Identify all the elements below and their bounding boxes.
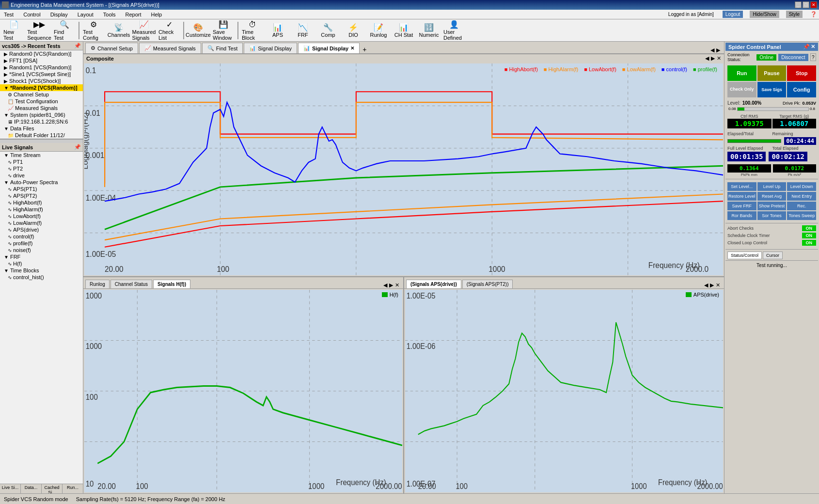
run-tab[interactable]: Run... (63, 484, 83, 493)
new-test-btn[interactable]: 📄 New Test (2, 21, 26, 40)
tree-system[interactable]: ▼ System (spider81_096) (0, 111, 83, 118)
menu-help[interactable]: Help (149, 11, 164, 18)
tab-close-icon[interactable]: ✕ (350, 46, 354, 51)
tab-runlog[interactable]: Runlog (85, 280, 110, 288)
menu-layout[interactable]: Layout (76, 11, 95, 18)
pause-btn[interactable]: Pause (757, 65, 787, 81)
live-noise[interactable]: ∿ noise(f) (0, 247, 83, 253)
tab-signal-display-2[interactable]: 📊 Signal Display ✕ (298, 43, 360, 53)
stop-btn[interactable]: Stop (787, 65, 816, 81)
tree-random2[interactable]: ▼ *Random2 [VCS(Random)] (0, 84, 83, 91)
reset-avg-btn[interactable]: Reset Avg (757, 192, 787, 201)
tree-measured-signals[interactable]: 📈 Measured Signals (0, 105, 83, 111)
live-low-alarm[interactable]: ∿ LowAlarm(f) (0, 220, 83, 226)
measured-signals-btn[interactable]: 📈 Measured Signals (132, 21, 156, 40)
show-pretest-btn[interactable]: Show Pretest (757, 202, 787, 210)
live-high-alarm[interactable]: ∿ HighAlarm(f) (0, 206, 83, 213)
customize-btn[interactable]: 🎨 Customize (186, 21, 210, 40)
run-btn[interactable]: Run (727, 65, 756, 81)
frf-group[interactable]: ▼ FRF (0, 253, 83, 260)
bottom-left-nav-left[interactable]: ◀ (383, 282, 387, 288)
tree-sine1[interactable]: ▶ *Sine1 [VCS(Swept Sine)] (0, 71, 83, 78)
bottom-right-nav-right[interactable]: ▶ (710, 282, 714, 288)
ror-bands-btn[interactable]: Ror Bands (727, 211, 756, 220)
close-btn[interactable]: ✕ (810, 1, 817, 8)
live-control-hist[interactable]: ∿ control_hist() (0, 274, 83, 281)
maximize-btn[interactable]: □ (803, 1, 809, 8)
comp-btn[interactable]: 🔧 Comp (316, 21, 340, 40)
bottom-right-nav-left[interactable]: ◀ (704, 282, 708, 288)
test-config-btn[interactable]: ⚙ Test Config (81, 21, 106, 40)
save-sigs-btn[interactable]: Save Sigs (757, 82, 787, 97)
menu-report[interactable]: Report (123, 11, 143, 18)
tab-scroll-right-icon[interactable]: ▶ (716, 47, 720, 53)
next-entry-btn[interactable]: Next Entry (787, 192, 816, 201)
live-profile[interactable]: ∿ profile(f) (0, 240, 83, 247)
help-btn[interactable]: ? (810, 53, 816, 61)
level-up-btn[interactable]: Level Up (757, 182, 787, 191)
tab-find-test[interactable]: 🔍 Find Test (202, 43, 243, 53)
style-btn[interactable]: Style (786, 11, 803, 18)
disconnect-btn[interactable]: Disconnect (778, 54, 808, 61)
checklist-btn[interactable]: ✓ Check List (157, 21, 181, 40)
rec-btn[interactable]: Rec. (787, 202, 816, 210)
ch-stat-btn[interactable]: 📊 CH Stat (392, 21, 416, 40)
live-pt1[interactable]: ∿ PT1 (0, 158, 83, 165)
data-tab[interactable]: Data... (21, 484, 42, 493)
tree-shock1[interactable]: ▶ Shock1 [VCS(Shock)] (0, 78, 83, 84)
live-aps-pt1[interactable]: ∿ APS(PT1) (0, 186, 83, 192)
logout-btn[interactable]: Logout (723, 11, 743, 18)
cursor-tab[interactable]: Cursor (763, 252, 783, 259)
save-window-btn[interactable]: 💾 Save Window (211, 21, 236, 40)
menu-test[interactable]: Test (2, 11, 16, 18)
dio-btn[interactable]: ⚡ DIO (341, 21, 365, 40)
live-low-abort[interactable]: ∿ LowAbort(f) (0, 213, 83, 220)
question-icon[interactable]: ❓ (810, 11, 817, 17)
hide-show-btn[interactable]: Hide/Show (750, 11, 779, 18)
restore-level-btn[interactable]: Restore Level (727, 192, 756, 201)
frf-btn[interactable]: 📉 FRF (291, 21, 315, 40)
bottom-right-close-icon[interactable]: ✕ (716, 282, 720, 288)
sor-tones-btn[interactable]: Sor Tones (757, 211, 787, 220)
tones-sweep-btn[interactable]: Tones Sweep (787, 211, 816, 220)
find-test-btn[interactable]: 🔍 Find Test (52, 21, 77, 40)
schedule-clock-toggle[interactable]: ON (802, 233, 817, 238)
tab-channel-status[interactable]: Channel Status (110, 280, 152, 288)
tab-signal-display-1[interactable]: 📊 Signal Display (244, 43, 297, 53)
channels-btn[interactable]: 📡 Channels (107, 21, 131, 40)
live-high-abort[interactable]: ∿ HighAbort(f) (0, 199, 83, 206)
tab-aps-pt2[interactable]: (Signals APS(PT2)) (462, 280, 513, 288)
time-stream-group[interactable]: ▼ Time Stream (0, 152, 83, 158)
cached-tab[interactable]: Cached Si... (42, 484, 63, 493)
composite-nav-right[interactable]: ▶ (711, 55, 715, 62)
live-aps-pt2[interactable]: ∿ APS(PT2) (0, 192, 83, 199)
tab-measured-signals[interactable]: 📈 Measured Signals (139, 43, 201, 53)
aps-group[interactable]: ▼ Auto-Power Spectra (0, 179, 83, 186)
aps-btn[interactable]: 📊 APS (266, 21, 290, 40)
tree-random1[interactable]: ▶ Random1 [VCS(Random)] (0, 64, 83, 71)
minimize-btn[interactable]: _ (795, 1, 802, 8)
menu-tools[interactable]: Tools (101, 11, 118, 18)
panel-pin-icon[interactable]: 📌 (74, 43, 81, 49)
live-pt2[interactable]: ∿ PT2 (0, 165, 83, 172)
live-drive[interactable]: ∿ drive (0, 172, 83, 179)
spider-close-icon[interactable]: ✕ (811, 44, 815, 50)
left-panel-scrollbar[interactable] (0, 139, 83, 143)
bottom-left-close-icon[interactable]: ✕ (395, 282, 399, 288)
tab-signals-hf[interactable]: Signals H(f)) (153, 280, 190, 288)
composite-close-icon[interactable]: ✕ (717, 55, 721, 62)
live-signals-tab[interactable]: Live Si... (0, 484, 21, 493)
numeric-btn[interactable]: 🔢 Numeric (417, 21, 441, 40)
composite-nav-left[interactable]: ◀ (705, 55, 709, 62)
live-aps-drive[interactable]: ∿ APS(drive) (0, 226, 83, 233)
test-sequence-btn[interactable]: ▶▶ Test Sequence (27, 21, 51, 40)
tab-aps-drive[interactable]: (Signals APS(drive)) (406, 280, 461, 288)
tree-data-files[interactable]: ▼ Data Files (0, 125, 83, 132)
live-hf[interactable]: ∿ H(f) (0, 260, 83, 267)
abort-checks-toggle[interactable]: ON (802, 225, 817, 231)
tab-scroll-left-icon[interactable]: ◀ (710, 47, 714, 53)
runlog-btn[interactable]: 📝 Runlog (366, 21, 391, 40)
bottom-left-nav-right[interactable]: ▶ (389, 282, 393, 288)
tree-default-folder[interactable]: 📁 Default Folder 11/12/ (0, 132, 83, 139)
save-frf-btn[interactable]: Save FRF (727, 202, 756, 210)
